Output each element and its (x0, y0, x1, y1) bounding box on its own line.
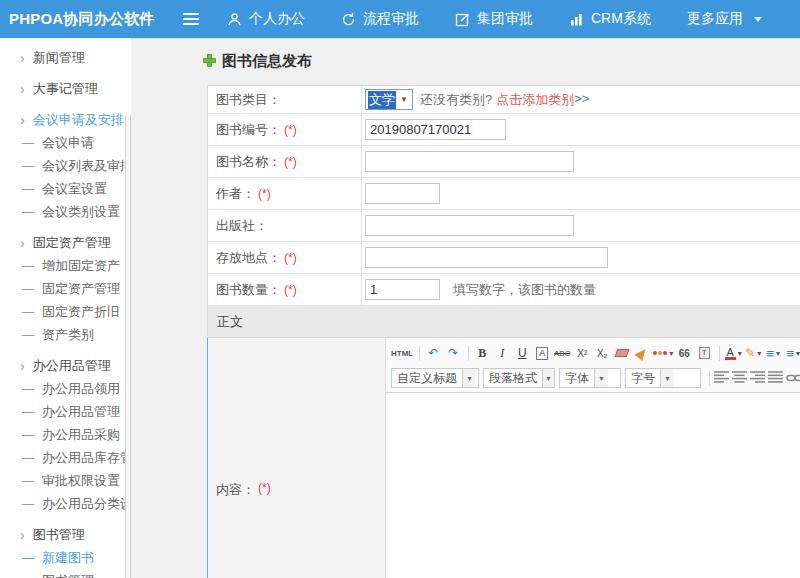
category-select[interactable]: 文学 ▼ (365, 89, 413, 110)
sidebar-item-21[interactable]: — 图书管理 (0, 569, 131, 578)
menu-item-label: 办公用品采购 (42, 426, 120, 444)
form-row-code: 图书编号： (*) (208, 114, 800, 146)
book-code-input[interactable] (365, 119, 506, 140)
nav-item-more-apps[interactable]: 更多应用 (687, 10, 762, 28)
required-mark: (*) (284, 155, 297, 169)
menu-bullet-icon: — (22, 551, 34, 565)
sidebar-item-0[interactable]: › 新闻管理 (0, 46, 131, 69)
editor-content-area[interactable] (386, 393, 800, 578)
menu-bullet-icon: — (22, 305, 34, 319)
undo-icon[interactable]: ↶ (424, 344, 442, 363)
sidebar-item-13[interactable]: — 办公用品领用 (0, 377, 131, 400)
menu-toggle-icon[interactable] (183, 13, 199, 25)
sidebar-item-6[interactable]: — 会议类别设置 (0, 200, 131, 223)
nav-item-personal-office[interactable]: 个人办公 (227, 10, 305, 28)
align-center-icon[interactable] (732, 371, 747, 386)
subscript-button[interactable]: X₂ (593, 344, 611, 363)
menu-item-label: 会议申请 (42, 134, 94, 152)
nav-item-crm[interactable]: CRM系统 (569, 10, 651, 28)
sidebar-item-17[interactable]: — 审批权限设置 (0, 469, 131, 492)
publisher-input[interactable] (365, 215, 574, 236)
nav-item-process-approval[interactable]: 流程审批 (341, 10, 419, 28)
sidebar-item-15[interactable]: — 办公用品采购 (0, 423, 131, 446)
topbar: PHPOA协同办公软件 个人办公 流程审批 集团审批 CRM系统 (0, 0, 800, 38)
editor-toolbar: HTML ↶ ↷ B I U A ABC X² X₂ (386, 338, 800, 393)
bold-button[interactable]: B (473, 344, 491, 363)
menu-item-label: 增加固定资产 (42, 257, 120, 275)
menu-item-label: 固定资产折旧 (42, 303, 120, 321)
sidebar-item-11[interactable]: — 资产类别 (0, 323, 131, 346)
required-mark: (*) (284, 123, 297, 137)
form-row-publisher: 出版社： (208, 210, 800, 242)
sidebar-item-14[interactable]: — 办公用品管理 (0, 400, 131, 423)
italic-button[interactable]: I (493, 344, 511, 363)
superscript-button[interactable]: X² (573, 344, 591, 363)
content-row: 内容： (*) HTML ↶ ↷ B I (207, 338, 800, 578)
menu-item-label: 会议申请及安排 (33, 111, 124, 129)
link-icon[interactable] (786, 369, 800, 388)
source-code-button[interactable]: HTML (391, 344, 413, 363)
char-border-button[interactable]: A (536, 347, 548, 360)
menu-bullet-icon: — (22, 497, 34, 511)
sidebar: › 新闻管理 › 大事记管理 › 会议申请及安排 — 会议申请 — 会议列表及审… (0, 38, 131, 578)
sidebar-item-18[interactable]: — 办公用品分类设置 (0, 492, 131, 515)
book-name-input[interactable] (365, 151, 574, 172)
location-input[interactable] (365, 247, 608, 268)
menu-bullet-icon: — (22, 428, 34, 442)
unordered-list-button[interactable]: ≡▾ (784, 344, 800, 363)
add-category-link-arrows[interactable]: >> (574, 91, 589, 109)
form-row-author: 作者： (*) (208, 178, 800, 210)
custom-title-select[interactable]: 自定义标题▼ (391, 368, 479, 388)
menu-item-label: 办公用品管理 (33, 357, 111, 375)
format-match-icon[interactable]: ▾ (653, 344, 673, 363)
menu-bullet-icon: › (20, 359, 25, 373)
blockquote-button[interactable]: 66 (675, 344, 693, 363)
menu-bullet-icon: — (22, 328, 34, 342)
field-label: 图书类目： (208, 86, 362, 113)
sidebar-item-9[interactable]: — 固定资产管理 (0, 277, 131, 300)
redo-icon[interactable]: ↷ (444, 344, 462, 363)
sidebar-item-20[interactable]: — 新建图书 (0, 546, 131, 569)
nav-item-group-approval[interactable]: 集团审批 (455, 10, 533, 28)
sidebar-item-5[interactable]: — 会议室设置 (0, 177, 131, 200)
sidebar-item-8[interactable]: — 增加固定资产 (0, 254, 131, 277)
form-row-name: 图书名称： (*) (208, 146, 800, 178)
sidebar-item-3[interactable]: — 会议申请 (0, 131, 131, 154)
sidebar-item-10[interactable]: — 固定资产折旧 (0, 300, 131, 323)
font-color-button[interactable]: A▾ (724, 344, 742, 363)
menu-bullet-icon: — (22, 136, 34, 150)
nav-label: 集团审批 (477, 10, 533, 28)
sidebar-item-7[interactable]: › 固定资产管理 (0, 231, 131, 254)
add-category-link[interactable]: 点击添加类别 (496, 91, 574, 109)
sidebar-item-12[interactable]: › 办公用品管理 (0, 354, 131, 377)
align-left-icon[interactable] (714, 371, 729, 386)
eraser-icon[interactable] (613, 344, 631, 363)
highlight-pen-icon[interactable]: ✎▾ (744, 344, 762, 363)
ordered-list-button[interactable]: ≡▾ (764, 344, 782, 363)
font-size-select[interactable]: 字号▼ (625, 368, 701, 388)
author-input[interactable] (365, 183, 440, 204)
process-icon (341, 12, 356, 27)
strikethrough-button[interactable]: ABC (553, 344, 571, 363)
paste-icon[interactable]: T (695, 344, 713, 363)
sidebar-item-1[interactable]: › 大事记管理 (0, 77, 131, 100)
sidebar-item-2[interactable]: › 会议申请及安排 (0, 108, 131, 131)
sidebar-item-16[interactable]: — 办公用品库存管理 (0, 446, 131, 469)
person-icon (227, 12, 242, 27)
paragraph-format-select[interactable]: 段落格式▼ (483, 368, 555, 388)
toolbar-row-1: HTML ↶ ↷ B I U A ABC X² X₂ (391, 342, 800, 364)
page-title: 图书信息发布 (203, 52, 800, 71)
clear-format-icon[interactable] (633, 344, 651, 363)
quantity-input[interactable] (365, 279, 440, 300)
sidebar-item-19[interactable]: › 图书管理 (0, 523, 131, 546)
underline-button[interactable]: U (513, 344, 531, 363)
sidebar-item-4[interactable]: — 会议列表及审批 (0, 154, 131, 177)
menu-item-label: 会议室设置 (42, 180, 107, 198)
form-row-location: 存放地点： (*) (208, 242, 800, 274)
font-family-select[interactable]: 字体▼ (559, 368, 621, 388)
align-right-icon[interactable] (750, 371, 765, 386)
sidebar-menu: › 新闻管理 › 大事记管理 › 会议申请及安排 — 会议申请 — 会议列表及审… (0, 46, 131, 578)
align-justify-icon[interactable] (768, 371, 783, 386)
nav-label: 更多应用 (687, 10, 743, 28)
field-label: 存放地点： (*) (208, 242, 362, 273)
